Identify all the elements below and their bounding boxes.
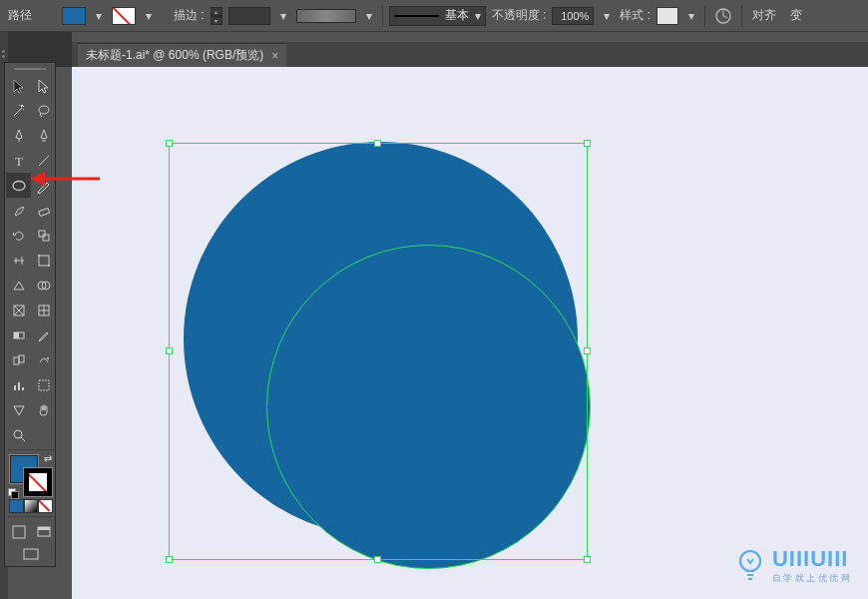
color-mode-none[interactable] (38, 499, 53, 513)
svg-rect-12 (39, 256, 49, 266)
artboard-tool[interactable] (31, 372, 56, 397)
svg-point-14 (48, 265, 50, 267)
stroke-color-swatch[interactable] (24, 468, 52, 496)
separator (382, 5, 383, 27)
document-tab-bar: 未标题-1.ai* @ 600% (RGB/预览) × (72, 42, 868, 67)
svg-point-32 (14, 430, 22, 438)
slice-tool[interactable] (6, 397, 31, 422)
type-tool[interactable]: T (6, 148, 31, 173)
opacity-value[interactable]: 100% (552, 7, 594, 25)
recolor-icon[interactable] (711, 4, 735, 28)
default-fillstroke-icon[interactable] (11, 491, 19, 499)
chevron-down-icon[interactable]: ▾ (684, 7, 698, 25)
canvas-viewport: UIIIUIII 自 学 就 上 优 优 网 (72, 67, 868, 599)
artboard-background[interactable]: UIIIUIII 自 学 就 上 优 优 网 (72, 67, 868, 599)
svg-rect-9 (38, 208, 49, 216)
perspective-tool[interactable] (6, 298, 31, 322)
mesh-tool[interactable] (31, 298, 56, 322)
eraser-tool[interactable] (31, 198, 56, 223)
shaper-tool[interactable] (6, 273, 31, 298)
svg-rect-10 (39, 231, 45, 237)
ellipse-tool[interactable] (6, 173, 31, 198)
pen-tool[interactable] (6, 123, 31, 148)
svg-line-7 (39, 156, 49, 166)
svg-point-5 (39, 106, 49, 114)
watermark: UIIIUIII 自 学 就 上 优 优 网 (736, 546, 850, 585)
svg-point-27 (47, 357, 49, 359)
selection-bounding-box[interactable] (169, 143, 588, 560)
brush-tool[interactable] (6, 198, 31, 223)
stroke-label: 描边 : (174, 7, 205, 24)
stroke-weight-stepper[interactable]: ▴▾ (211, 7, 222, 25)
resize-handle-mr[interactable] (584, 347, 591, 354)
panel-grip[interactable] (6, 65, 54, 73)
svg-rect-11 (43, 235, 49, 241)
resize-handle-ml[interactable] (166, 347, 173, 354)
swap-fill-stroke-icon[interactable]: ⇄ (44, 453, 52, 464)
brush-definition[interactable]: 基本 ▾ (389, 6, 486, 26)
svg-rect-4 (24, 549, 38, 559)
svg-rect-25 (14, 357, 19, 364)
width-tool[interactable] (6, 248, 31, 273)
svg-rect-3 (38, 527, 50, 530)
resize-handle-tl[interactable] (166, 140, 173, 147)
chevron-down-icon[interactable]: ▾ (142, 7, 156, 25)
magic-wand-tool[interactable] (6, 98, 31, 123)
symbol-tool[interactable] (31, 347, 56, 372)
svg-rect-31 (39, 380, 49, 390)
selection-mode-label: 路径 (8, 7, 32, 24)
color-mode-solid[interactable] (9, 499, 24, 513)
selection-tool[interactable] (6, 73, 31, 98)
chevron-down-icon[interactable]: ▾ (600, 7, 614, 25)
blend-tool[interactable] (6, 347, 31, 372)
color-mode-row (6, 498, 56, 514)
screen-mode-dropdown[interactable] (6, 544, 56, 564)
chevron-down-icon[interactable]: ▾ (276, 7, 290, 25)
stroke-weight-input[interactable] (228, 7, 270, 25)
document-tab[interactable]: 未标题-1.ai* @ 600% (RGB/预览) × (78, 43, 286, 67)
transform-button[interactable]: 变 (786, 7, 806, 24)
lightbulb-icon (736, 549, 764, 583)
stroke-swatch-none[interactable] (112, 7, 136, 25)
graphic-style-swatch[interactable] (656, 7, 678, 25)
opacity-label: 不透明度 : (492, 7, 547, 24)
resize-handle-br[interactable] (584, 556, 591, 563)
brush-line-icon (394, 15, 439, 17)
shape-builder-tool[interactable] (31, 273, 56, 298)
zoom-tool[interactable] (6, 422, 31, 447)
screen-mode-button[interactable] (31, 519, 56, 544)
close-icon[interactable]: × (271, 49, 278, 63)
toolbox-separator (8, 449, 54, 450)
draw-mode-button[interactable] (6, 519, 31, 544)
eyedropper-tool[interactable] (31, 322, 56, 347)
line-tool[interactable] (31, 148, 56, 173)
direct-select-tool[interactable] (31, 73, 56, 98)
column-graph-tool[interactable] (6, 372, 31, 397)
svg-rect-26 (19, 355, 24, 362)
hand-tool[interactable] (31, 397, 56, 422)
watermark-tagline: 自 学 就 上 优 优 网 (772, 572, 850, 585)
gradient-tool[interactable] (6, 322, 31, 347)
resize-handle-bm[interactable] (374, 556, 381, 563)
fill-swatch[interactable] (62, 7, 86, 25)
free-trans-tool[interactable] (31, 248, 56, 273)
var-width-profile[interactable] (296, 9, 356, 23)
scale-tool[interactable] (31, 223, 56, 248)
align-button[interactable]: 对齐 (748, 7, 780, 24)
separator (741, 5, 742, 27)
curve-tool[interactable] (31, 123, 56, 148)
resize-handle-tr[interactable] (584, 140, 591, 147)
svg-rect-29 (18, 382, 20, 390)
lasso-tool[interactable] (31, 98, 56, 123)
svg-point-13 (38, 255, 40, 257)
color-mode-gradient[interactable] (24, 499, 39, 513)
chevron-down-icon[interactable]: ▾ (92, 7, 106, 25)
pencil-tool[interactable] (31, 173, 56, 198)
dock-grip-icon[interactable] (2, 50, 5, 53)
watermark-brand: UIIIUIII (772, 546, 850, 572)
rotate-tool[interactable] (6, 223, 31, 248)
resize-handle-bl[interactable] (166, 556, 173, 563)
fill-stroke-control[interactable]: ⇄ (6, 452, 56, 498)
resize-handle-tm[interactable] (374, 140, 381, 147)
chevron-down-icon[interactable]: ▾ (362, 7, 376, 25)
